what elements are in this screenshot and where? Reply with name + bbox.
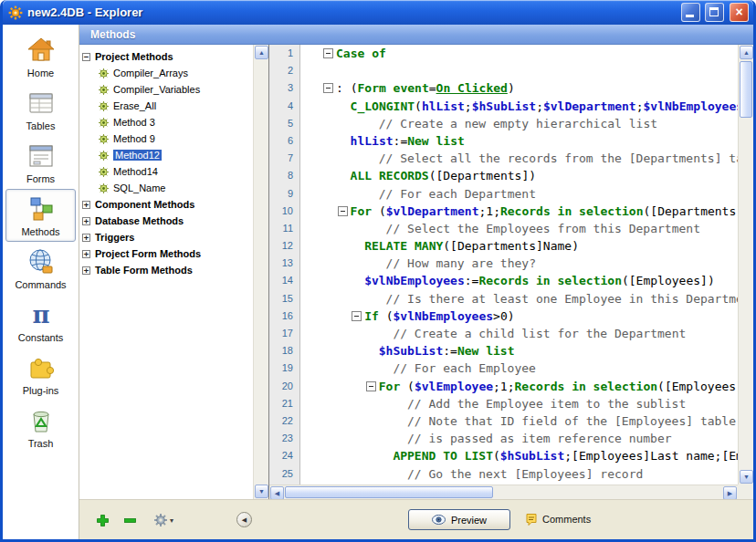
sidebar-item-constants[interactable]: πConstants bbox=[5, 295, 76, 348]
expand-expander-icon[interactable]: + bbox=[82, 217, 90, 225]
methods-icon bbox=[26, 193, 57, 224]
tree-method-row[interactable]: Method12 bbox=[82, 147, 253, 163]
minimize-button[interactable] bbox=[681, 3, 700, 22]
expand-expander-icon[interactable]: + bbox=[82, 266, 90, 275]
code-line[interactable]: $vlNbEmployees:=Records in selection([Em… bbox=[301, 272, 738, 289]
collapse-expander-icon[interactable]: − bbox=[82, 53, 90, 61]
close-button[interactable]: × bbox=[730, 3, 749, 22]
code-line[interactable]: // For each Employee bbox=[301, 360, 738, 377]
code-line[interactable]: // Note that ID field of the [Employees]… bbox=[301, 412, 738, 430]
code-line[interactable]: // Go the next [Employees] record bbox=[301, 465, 738, 483]
sidebar-item-forms[interactable]: Forms bbox=[5, 136, 76, 189]
code-line[interactable]: // Select all the records from the [Depa… bbox=[301, 150, 738, 167]
tree-method-row[interactable]: Method14 bbox=[82, 163, 253, 180]
line-number: 25 bbox=[269, 465, 299, 483]
vertical-scroll-thumb[interactable] bbox=[740, 61, 752, 118]
editor-horizontal-scrollbar[interactable]: ◀ ▶ bbox=[269, 485, 738, 499]
code-line[interactable]: // How many are they? bbox=[301, 255, 738, 272]
line-number: 11 bbox=[269, 220, 299, 237]
preview-button[interactable]: Preview bbox=[408, 509, 510, 530]
comments-button[interactable]: Comments bbox=[525, 513, 591, 526]
scroll-down-icon[interactable]: ▼ bbox=[740, 470, 753, 484]
code-line[interactable]: // Is there at least one Employee in thi… bbox=[301, 290, 738, 307]
collapse-panel-button[interactable]: ◀ bbox=[236, 512, 252, 527]
tree-method-row[interactable]: SQL_Name bbox=[82, 180, 253, 196]
code-token: ( bbox=[372, 204, 386, 218]
fold-toggle-icon[interactable] bbox=[366, 381, 376, 391]
tree-method-row[interactable]: Method 9 bbox=[82, 130, 253, 147]
line-number: 4 bbox=[269, 98, 299, 115]
tree-method-row[interactable]: Compiler_Variables bbox=[82, 81, 253, 98]
code-line[interactable]: For ($vlDepartment;1;Records in selectio… bbox=[301, 203, 738, 220]
add-method-button[interactable] bbox=[92, 510, 112, 530]
scroll-right-icon[interactable]: ▶ bbox=[723, 486, 737, 499]
fold-column bbox=[366, 378, 379, 395]
editor-vertical-scrollbar[interactable]: ▲ ▼ bbox=[738, 45, 753, 485]
line-number-gutter: 1234567891011121314151617181920212223242… bbox=[269, 45, 300, 485]
fold-toggle-icon[interactable] bbox=[338, 206, 348, 216]
sidebar-item-methods[interactable]: Methods bbox=[5, 189, 76, 242]
fold-toggle-icon[interactable] bbox=[323, 83, 333, 93]
fold-toggle-icon[interactable] bbox=[352, 311, 362, 321]
line-number: 21 bbox=[269, 395, 299, 412]
code-line[interactable]: ALL RECORDS([Departments]) bbox=[301, 167, 738, 184]
code-token: // Select all the records from the [Depa… bbox=[379, 151, 738, 165]
code-line[interactable]: hlList:=New list bbox=[301, 132, 738, 150]
code-line[interactable]: // Create a child list for the Departmen… bbox=[301, 325, 738, 342]
sidebar-item-tables[interactable]: Tables bbox=[5, 83, 76, 136]
tree-group-row[interactable]: +Database Methods bbox=[82, 213, 253, 229]
code-token: // For each Employee bbox=[393, 361, 536, 375]
code-line[interactable]: $hSubList:=New list bbox=[301, 342, 738, 360]
scroll-down-icon[interactable]: ▼ bbox=[255, 485, 268, 498]
code-lines[interactable]: Case of: (Form event=On Clicked)C_LONGIN… bbox=[301, 45, 738, 485]
sidebar-item-commands[interactable]: Commands bbox=[5, 242, 76, 295]
scroll-up-icon[interactable]: ▲ bbox=[255, 46, 268, 59]
code-line[interactable]: // is passed as item reference number bbox=[301, 430, 738, 447]
tree-group-row[interactable]: +Project Form Methods bbox=[82, 245, 253, 262]
code-line[interactable]: // Create a new empty hierarchical list bbox=[301, 115, 738, 132]
comment-note-icon bbox=[525, 513, 538, 526]
sidebar-item-label: Commands bbox=[15, 279, 66, 290]
code-line[interactable]: APPEND TO LIST($hSubList;[Employees]Last… bbox=[301, 447, 738, 464]
method-icon bbox=[98, 166, 110, 178]
tree-method-row[interactable]: Compiler_Arrays bbox=[82, 65, 253, 81]
tree-method-row[interactable]: Method 3 bbox=[82, 114, 253, 130]
expand-expander-icon[interactable]: + bbox=[82, 234, 90, 242]
tree-group-row[interactable]: −Project Methods bbox=[82, 48, 253, 65]
code-line[interactable]: For ($vlEmployee;1;Records in selection(… bbox=[301, 378, 738, 395]
titlebar[interactable]: new2.4DB - Explorer × bbox=[3, 0, 753, 25]
tree-method-row[interactable]: Erase_All bbox=[82, 98, 253, 114]
sidebar-item-home[interactable]: Home bbox=[5, 30, 76, 83]
scroll-up-icon[interactable]: ▲ bbox=[740, 46, 753, 59]
code-token: For bbox=[351, 204, 372, 218]
expand-expander-icon[interactable]: + bbox=[82, 250, 90, 258]
tree-group-row[interactable]: +Triggers bbox=[82, 229, 253, 245]
code-token: ;1; bbox=[493, 380, 514, 393]
code-line[interactable]: // For each Department bbox=[301, 185, 738, 203]
code-line[interactable]: : (Form event=On Clicked) bbox=[301, 79, 738, 97]
tree-group-row[interactable]: +Table Form Methods bbox=[82, 262, 253, 278]
maximize-button[interactable] bbox=[705, 3, 724, 22]
scroll-left-icon[interactable]: ◀ bbox=[270, 486, 284, 499]
code-line[interactable] bbox=[301, 62, 738, 79]
expand-expander-icon[interactable]: + bbox=[82, 201, 90, 209]
horizontal-scroll-thumb[interactable] bbox=[285, 486, 493, 498]
tree-group-row[interactable]: +Component Methods bbox=[82, 196, 253, 213]
delete-method-button[interactable] bbox=[120, 510, 140, 530]
code-token: APPEND TO LIST bbox=[393, 449, 493, 463]
code-line[interactable]: // Add the Employee item to the sublist bbox=[301, 395, 738, 412]
options-gear-button[interactable]: ▾ bbox=[149, 510, 178, 530]
code-line[interactable]: C_LONGINT(hlList;$hSubList;$vlDepartment… bbox=[301, 98, 738, 115]
sidebar-item-plugins[interactable]: Plug-ins bbox=[5, 348, 76, 401]
tree-item-label: Database Methods bbox=[95, 215, 184, 226]
sidebar-item-trash[interactable]: Trash bbox=[5, 401, 76, 453]
code-line[interactable]: If ($vlNbEmployees>0) bbox=[301, 307, 738, 325]
code-line[interactable]: // Select the Employees from this Depart… bbox=[301, 220, 738, 237]
tree-scrollbar[interactable]: ▲ ▼ bbox=[253, 45, 268, 499]
code-line[interactable]: RELATE MANY([Departments]Name) bbox=[301, 237, 738, 255]
code-editor[interactable]: 1234567891011121314151617181920212223242… bbox=[269, 45, 753, 499]
commands-icon bbox=[26, 246, 57, 277]
line-number: 20 bbox=[269, 378, 299, 395]
fold-toggle-icon[interactable] bbox=[323, 48, 333, 58]
code-line[interactable]: Case of bbox=[301, 45, 738, 62]
